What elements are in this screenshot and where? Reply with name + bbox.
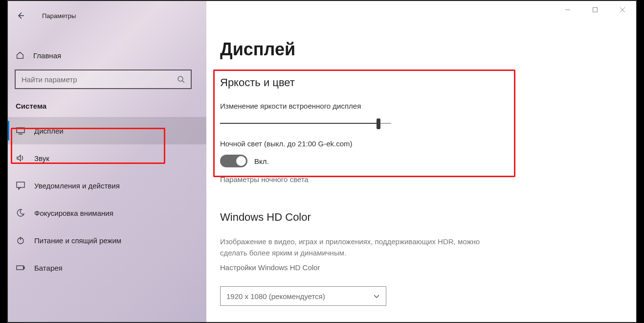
close-icon [620,7,625,13]
battery-icon [16,263,25,273]
night-light-label: Ночной свет (выкл. до 21:00 G-ek.com) [220,139,622,148]
slider-thumb[interactable] [377,118,380,129]
sidebar-home[interactable]: Главная [8,44,206,67]
home-icon [16,51,24,60]
window-controls [554,1,636,19]
chevron-down-icon [373,293,380,300]
sidebar-item-display[interactable]: Дисплей [8,117,206,144]
resolution-dropdown[interactable]: 1920 x 1080 (рекомендуется) [220,286,386,306]
chat-icon [16,181,25,190]
sidebar-item-label: Звук [34,154,49,162]
sidebar: Параметры Главная Система Дисплей [8,1,206,322]
sidebar-item-label: Фокусировка внимания [34,209,113,217]
minimize-icon [565,7,571,13]
app-title: Параметры [42,12,76,20]
toggle-state-label: Вкл. [254,157,269,165]
svg-rect-6 [593,8,598,12]
sidebar-item-notifications[interactable]: Уведомления и действия [8,172,206,199]
slider-track-fill [220,123,378,124]
sidebar-item-label: Батарея [34,264,63,272]
hd-color-section-title: Windows HD Color [220,211,622,224]
search-icon [177,75,185,83]
resolution-dropdown-value: 1920 x 1080 (рекомендуется) [226,292,325,300]
maximize-icon [592,7,598,13]
moon-icon [16,208,25,218]
sidebar-item-label: Уведомления и действия [34,182,120,190]
sidebar-item-power[interactable]: Питание и спящий режим [8,227,206,254]
sidebar-home-label: Главная [33,51,61,60]
brightness-slider[interactable] [220,117,391,130]
night-light-toggle-row: Вкл. [220,155,622,167]
brightness-slider-label: Изменение яркости встроенного дисплея [220,102,622,110]
hd-color-settings-link[interactable]: Настройки Windows HD Color [220,263,622,272]
speaker-icon [16,153,25,163]
svg-point-0 [178,76,183,81]
svg-rect-5 [23,267,24,269]
night-light-toggle[interactable] [220,155,247,167]
search-box[interactable] [15,69,192,89]
hd-color-description: Изображение в видео, играх и приложениях… [220,236,484,258]
sidebar-item-label: Питание и спящий режим [34,236,121,245]
night-light-settings-link[interactable]: Параметры ночного света [220,175,622,184]
brightness-section-title: Яркость и цвет [220,76,622,89]
sidebar-item-battery[interactable]: Батарея [8,254,206,281]
svg-rect-1 [17,128,24,133]
svg-rect-4 [17,266,23,270]
sidebar-item-focus[interactable]: Фокусировка внимания [8,199,206,227]
settings-window: Параметры Главная Система Дисплей [7,0,637,323]
power-icon [16,235,25,245]
sidebar-group-label: Система [8,89,206,117]
svg-rect-2 [17,182,24,187]
back-arrow-icon[interactable] [17,12,24,20]
header-row: Параметры [8,6,206,25]
maximize-button[interactable] [581,1,609,19]
close-button[interactable] [609,1,636,19]
monitor-icon [16,126,25,136]
sidebar-item-label: Дисплей [34,127,64,135]
toggle-knob [236,156,246,166]
page-title: Дисплей [220,39,622,60]
search-input[interactable] [22,75,177,84]
content-pane: Дисплей Яркость и цвет Изменение яркости… [206,1,636,322]
minimize-button[interactable] [554,1,581,19]
sidebar-item-sound[interactable]: Звук [8,144,206,172]
